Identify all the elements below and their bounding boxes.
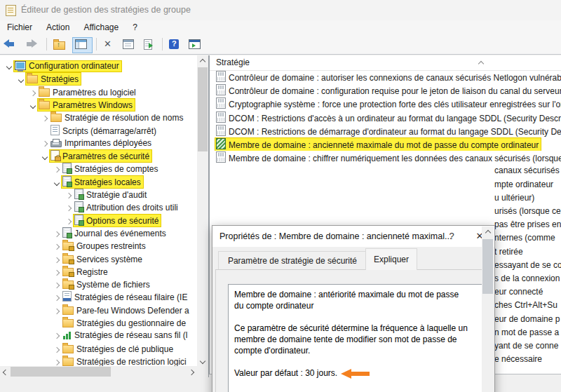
tree-item[interactable]: Stratégie de résolution de noms	[0, 111, 197, 123]
expander-collapsed-icon[interactable]	[52, 227, 61, 240]
list-item[interactable]: pas être prises en	[494, 218, 561, 231]
menu-item-2[interactable]: Affichage	[76, 20, 126, 34]
expander-collapsed-icon[interactable]	[52, 253, 61, 266]
back-button[interactable]	[1, 37, 21, 53]
scroll-down-icon[interactable]	[197, 355, 208, 366]
tree-item[interactable]: Stratégies locales	[0, 175, 197, 188]
list-item[interactable]: Cryptographie système : force une protec…	[210, 97, 561, 110]
tree-item[interactable]: Paramètres Windows	[0, 98, 197, 111]
list-item[interactable]: mpte ordinateur	[494, 178, 553, 191]
tree-item[interactable]: Paramètres de sécurité	[0, 149, 197, 162]
menu-item-3[interactable]: ?	[126, 20, 144, 34]
tree-item[interactable]: Journal des événements	[0, 227, 197, 239]
list-item[interactable]: n mot de passe a	[494, 326, 559, 339]
window-titlebar[interactable]: Éditeur de gestion des stratégies de gro…	[0, 0, 561, 20]
console-tree-toggle[interactable]	[72, 37, 93, 53]
tree-item[interactable]: Système de fichiers	[0, 278, 197, 290]
expander-collapsed-icon[interactable]	[52, 304, 61, 317]
tree-item[interactable]: Stratégies de clé publique	[0, 342, 197, 355]
tree-item[interactable]: Registre	[0, 265, 197, 278]
delete-button[interactable]	[100, 37, 119, 53]
up-level-button[interactable]	[50, 37, 71, 53]
expander-expanded-icon[interactable]	[52, 176, 61, 189]
scrollbar-thumb[interactable]	[198, 67, 208, 151]
list-item[interactable]: Contrôleur de domaine : configuration re…	[210, 83, 561, 97]
properties-button[interactable]	[120, 37, 140, 53]
dialog-text-scrollbar[interactable]	[482, 227, 494, 392]
new-window-button[interactable]	[186, 37, 206, 53]
tree-item[interactable]: Services système	[0, 252, 197, 265]
tree-item[interactable]: Paramètres du logiciel	[0, 86, 197, 98]
help-button[interactable]	[166, 37, 184, 53]
scrollbar-thumb[interactable]	[482, 239, 493, 294]
list-item[interactable]: DCOM : Restrictions de démarrage d'ordin…	[210, 124, 561, 137]
expander-collapsed-icon[interactable]	[28, 86, 37, 99]
list-item[interactable]: s de la connexion	[494, 272, 560, 285]
tree-item[interactable]: Stratégies de réseau filaire (IE	[0, 290, 197, 303]
list-item[interactable]: eur connecté	[494, 285, 543, 299]
tree-item[interactable]: Attribution des droits utili	[0, 201, 197, 213]
list-item[interactable]: urisés (lorsque cel	[494, 205, 561, 218]
dialog-help-button[interactable]: ?	[445, 231, 458, 241]
expander-collapsed-icon[interactable]	[64, 215, 73, 227]
expander-collapsed-icon[interactable]	[52, 343, 61, 356]
list-item[interactable]: yant de se conne	[494, 339, 558, 353]
list-item[interactable]: ches Ctrl+Alt+Su	[494, 299, 557, 312]
tree-item[interactable]: Options de sécurité	[0, 214, 197, 227]
expander-collapsed-icon[interactable]	[52, 278, 61, 291]
scroll-left-icon[interactable]	[0, 366, 11, 377]
list-item[interactable]: t retirée	[494, 245, 523, 259]
list-item[interactable]: eur de domaine p	[494, 313, 560, 326]
export-list-button[interactable]	[141, 37, 158, 53]
dialog-titlebar[interactable]: Propriétés de : Membre de domaine : anci…	[212, 226, 494, 247]
tab-explain[interactable]: Expliquer	[365, 248, 417, 270]
expander-expanded-icon[interactable]	[28, 99, 37, 111]
tree-vertical-scrollbar[interactable]	[197, 55, 208, 366]
expander-collapsed-icon[interactable]	[64, 201, 73, 214]
tree-item[interactable]: Pare-feu Windows Defender a	[0, 304, 197, 316]
expander-expanded-icon[interactable]	[4, 60, 13, 72]
scroll-up-icon[interactable]	[482, 227, 494, 238]
expander-expanded-icon[interactable]	[16, 73, 25, 86]
tab-security-policy-setting[interactable]: Paramètre de stratégie de sécurité	[218, 251, 367, 270]
list-item[interactable]: Membre de domaine : chiffrer numériqueme…	[210, 151, 561, 164]
list-item[interactable]: essayant de se co	[494, 259, 561, 272]
list-item[interactable]: DCOM : Restrictions d'accès à un ordinat…	[210, 111, 561, 124]
list-item[interactable]: u ultérieur)	[494, 191, 534, 205]
menu-item-0[interactable]: Fichier	[0, 20, 39, 34]
list-item[interactable]: canaux sécurisés (	[494, 164, 561, 177]
expander-expanded-icon[interactable]	[40, 150, 49, 163]
expander-collapsed-icon[interactable]	[64, 189, 73, 201]
forward-button[interactable]	[22, 37, 43, 53]
tree-item[interactable]: Stratégie d'audit	[0, 188, 197, 201]
column-header-strategie[interactable]: Stratégie	[216, 58, 250, 67]
tree-item[interactable]: Stratégies de restriction logici	[0, 355, 197, 366]
tree-item[interactable]: Stratégies de comptes	[0, 162, 197, 175]
menu-item-1[interactable]: Action	[39, 20, 76, 34]
expander-collapsed-icon[interactable]	[52, 163, 61, 175]
scrollbar-thumb[interactable]	[11, 367, 111, 377]
list-item[interactable]: Contrôleur de domaine : autoriser les co…	[210, 70, 561, 83]
expander-collapsed-icon[interactable]	[52, 329, 61, 342]
scroll-right-icon[interactable]	[186, 366, 197, 377]
tree-item[interactable]: Stratégies	[0, 72, 197, 85]
tree-item[interactable]: Imprimantes déployées	[0, 137, 197, 149]
expander-collapsed-icon[interactable]	[52, 291, 61, 304]
list-item[interactable]: nternes (comme	[494, 231, 555, 245]
explanation-text-area[interactable]: Membre de domaine : antériorité maximale…	[228, 284, 489, 392]
list-item[interactable]: Membre de domaine : ancienneté maximale …	[210, 137, 561, 151]
list-item[interactable]: e nécessaire	[494, 353, 542, 366]
tree-item[interactable]: Configuration ordinateur	[0, 60, 197, 72]
expander-collapsed-icon[interactable]	[52, 240, 61, 252]
expander-collapsed-icon[interactable]	[52, 356, 61, 366]
tree-item[interactable]: Scripts (démarrage/arrêt)	[0, 124, 197, 137]
tree-item[interactable]: Groupes restreints	[0, 239, 197, 252]
scroll-up-icon[interactable]	[197, 55, 208, 67]
tree-horizontal-scrollbar[interactable]	[0, 366, 197, 377]
expander-collapsed-icon[interactable]	[52, 266, 61, 278]
tree-item[interactable]: Stratégies du gestionnaire de	[0, 316, 197, 329]
expander-collapsed-icon[interactable]	[40, 137, 49, 149]
tree-item[interactable]: Stratégies de réseau sans fil (l	[0, 329, 197, 342]
expander-collapsed-icon[interactable]	[40, 111, 49, 124]
list-column-header[interactable]: Stratégie	[210, 55, 561, 71]
